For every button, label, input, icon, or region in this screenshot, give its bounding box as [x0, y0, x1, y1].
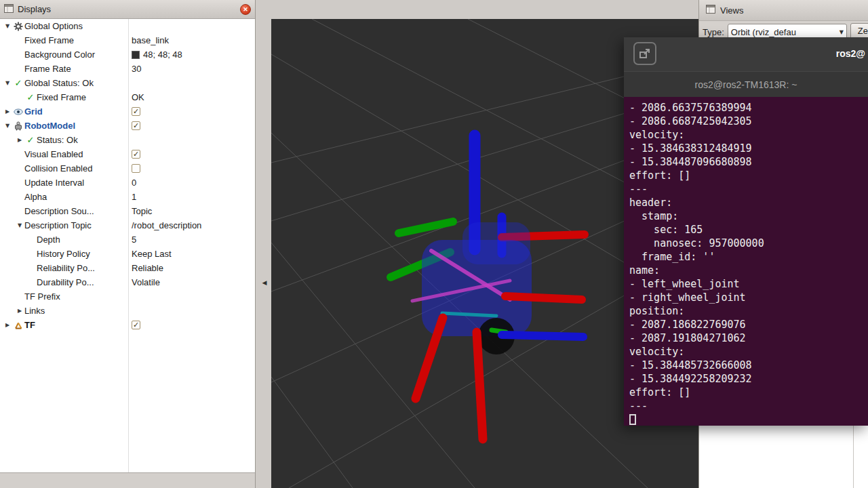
- tree-row-label-cell: Frame Rate: [0, 62, 128, 76]
- checkbox-checked[interactable]: ✓: [132, 321, 140, 329]
- property-label: Status: Ok: [37, 135, 78, 145]
- terminal-cursor: [629, 414, 636, 425]
- terminal-window[interactable]: ros2@ ros2@ros2-TM1613R: ~ - 2086.663757…: [624, 37, 868, 426]
- tree-row-label-cell: ▼RobotModel: [0, 119, 128, 133]
- property-value[interactable]: 1: [132, 192, 254, 202]
- property-value[interactable]: 5: [132, 235, 254, 245]
- tree-row[interactable]: Background Color48; 48; 48: [0, 47, 255, 62]
- terminal-line: velocity:: [629, 128, 868, 142]
- type-label: Type:: [703, 27, 724, 37]
- checkbox-checked[interactable]: ✓: [132, 107, 140, 116]
- tree-row[interactable]: Visual Enabled✓: [0, 147, 255, 161]
- terminal-line: - 2086.6637576389994: [629, 101, 868, 115]
- tree-row[interactable]: ▶TF✓: [0, 318, 255, 332]
- robot-icon: [12, 121, 24, 131]
- terminal-line: ---: [629, 182, 868, 196]
- expander-down-icon[interactable]: ▼: [15, 222, 24, 228]
- property-value[interactable]: 48; 48; 48: [132, 49, 254, 60]
- property-value[interactable]: 0: [132, 178, 254, 188]
- views-panel-titlebar[interactable]: Views: [699, 0, 868, 21]
- check-icon: ✓: [12, 78, 24, 88]
- terminal-tab-title[interactable]: ros2@ros2-TM1613R: ~: [624, 71, 868, 97]
- tree-row-label-cell: ▼Description Topic: [0, 218, 128, 232]
- property-value[interactable]: Reliable: [132, 263, 254, 273]
- property-value[interactable]: Topic: [132, 206, 254, 216]
- tree-row[interactable]: ▶Grid✓: [0, 104, 255, 119]
- checkbox-checked[interactable]: ✓: [132, 121, 140, 130]
- tree-row[interactable]: Durability Po...Volatile: [0, 275, 255, 289]
- expander-down-icon[interactable]: ▼: [3, 23, 12, 29]
- tree-row[interactable]: Update Interval0: [0, 176, 255, 190]
- terminal-line: position:: [629, 304, 868, 318]
- displays-panel-footer: [0, 472, 255, 488]
- expander-down-icon[interactable]: ▼: [3, 80, 12, 86]
- tree-row-label-cell: ✓Fixed Frame: [0, 90, 128, 104]
- tree-row[interactable]: Frame Rate30: [0, 62, 255, 76]
- expander-down-icon[interactable]: ▼: [3, 123, 12, 129]
- panel-icon: [706, 4, 715, 16]
- property-label: RobotModel: [24, 121, 75, 131]
- check-icon: ✓: [24, 92, 37, 102]
- close-button[interactable]: ✕: [240, 4, 251, 15]
- terminal-line: effort: []: [629, 386, 868, 399]
- tree-row-label-cell: ▼✓Global Status: Ok: [0, 76, 128, 90]
- tree-row[interactable]: History PolicyKeep Last: [0, 247, 255, 261]
- tree-row-label-cell: Visual Enabled: [0, 147, 128, 161]
- tree-row[interactable]: Alpha1: [0, 190, 255, 204]
- property-value: ✓: [132, 121, 254, 130]
- terminal-line: - 15.384487096680898: [629, 155, 868, 169]
- terminal-corner-title: ros2@: [836, 48, 865, 59]
- expander-right-icon[interactable]: ▶: [3, 108, 12, 115]
- property-label: Description Topic: [24, 220, 92, 230]
- tree-row[interactable]: ▼Description Topic/robot_description: [0, 218, 255, 232]
- expander-right-icon[interactable]: ▶: [15, 308, 24, 314]
- terminal-line: - right_wheel_joint: [629, 291, 868, 304]
- property-value[interactable]: Keep Last: [132, 249, 254, 259]
- property-label: Global Status: Ok: [24, 78, 94, 88]
- color-swatch: [132, 51, 140, 59]
- expander-right-icon[interactable]: ▶: [3, 322, 12, 328]
- displays-panel-titlebar[interactable]: Displays ✕: [0, 0, 255, 19]
- property-label: History Policy: [37, 249, 90, 259]
- property-value[interactable]: OK: [132, 92, 254, 102]
- expander-right-icon[interactable]: ▶: [15, 137, 24, 143]
- tree-row[interactable]: Fixed Framebase_link: [0, 33, 255, 47]
- tree-row-label-cell: Update Interval: [0, 176, 128, 190]
- tree-row[interactable]: Collision Enabled: [0, 161, 255, 176]
- tree-row[interactable]: Reliability Po...Reliable: [0, 261, 255, 275]
- tree-row[interactable]: ▼RobotModel✓: [0, 119, 255, 133]
- tree-row-label-cell: ▶Links: [0, 304, 128, 318]
- terminal-line: - 15.384492258209232: [629, 372, 868, 386]
- terminal-line: frame_id: '': [629, 250, 868, 264]
- tree-row-label-cell: Description Sou...: [0, 204, 128, 218]
- terminal-line: effort: []: [629, 169, 868, 182]
- checkbox-checked[interactable]: ✓: [132, 150, 140, 159]
- tree-row[interactable]: ▶✓Status: Ok: [0, 133, 255, 147]
- tree-row[interactable]: Description Sou...Topic: [0, 204, 255, 218]
- tree-row[interactable]: ✓Fixed FrameOK: [0, 90, 255, 104]
- tree-row[interactable]: TF Prefix: [0, 289, 255, 304]
- property-label: Description Sou...: [24, 206, 94, 216]
- tree-row-label-cell: Alpha: [0, 190, 128, 204]
- tree-row[interactable]: ▼Global Options: [0, 19, 255, 33]
- property-value: [132, 164, 254, 173]
- panel-icon: [4, 3, 14, 16]
- property-value[interactable]: base_link: [132, 35, 254, 45]
- tree-row[interactable]: ▶Links: [0, 304, 255, 318]
- property-value: ✓: [132, 150, 254, 159]
- new-window-icon[interactable]: [633, 42, 656, 65]
- tree-row[interactable]: ▼✓Global Status: Ok: [0, 76, 255, 90]
- terminal-output[interactable]: - 2086.6637576389994- 2086.6687425042305…: [624, 97, 868, 426]
- terminal-line: - 2086.6687425042305: [629, 115, 868, 128]
- tree-row[interactable]: Depth5: [0, 232, 255, 247]
- property-value[interactable]: Volatile: [132, 277, 254, 287]
- terminal-line: header:: [629, 196, 868, 209]
- terminal-titlebar[interactable]: ros2@: [624, 37, 868, 71]
- property-label: TF Prefix: [24, 291, 60, 302]
- property-value[interactable]: /robot_description: [132, 220, 254, 230]
- property-label: Links: [24, 306, 45, 316]
- property-label: Fixed Frame: [24, 35, 74, 45]
- property-value[interactable]: 30: [132, 64, 254, 74]
- checkbox-unchecked[interactable]: [132, 164, 140, 173]
- panel-collapse-handle[interactable]: ◀: [260, 274, 269, 291]
